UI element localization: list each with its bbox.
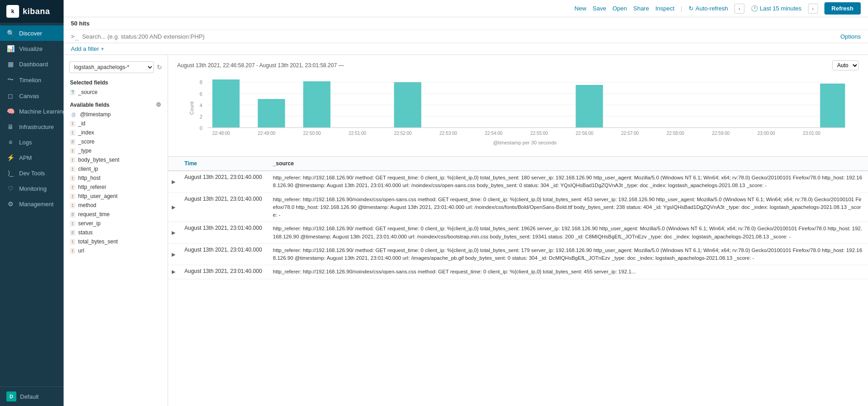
field-name-http-user-agent: http_user_agent bbox=[78, 193, 118, 199]
expand-button[interactable]: ▶ bbox=[168, 243, 179, 265]
svg-text:23:00:00: 23:00:00 bbox=[758, 131, 775, 136]
expand-button[interactable]: ▶ bbox=[168, 265, 179, 279]
sidebar-item-canvas[interactable]: ◻ Canvas bbox=[0, 88, 64, 104]
search-prefix: >_ bbox=[71, 33, 79, 40]
hits-count: 50 hits bbox=[71, 20, 89, 27]
source-cell: http_referer: http://192.168.126.90/noin… bbox=[268, 265, 868, 279]
sidebar-item-apm[interactable]: ⚡ APM bbox=[0, 150, 64, 165]
sidebar-label-visualize: Visualize bbox=[19, 45, 43, 52]
sidebar-label-apm: APM bbox=[19, 154, 32, 161]
expand-button[interactable]: ▶ bbox=[168, 171, 179, 193]
sidebar-item-dashboard[interactable]: ▦ Dashboard bbox=[0, 56, 64, 72]
sidebar-item-logs[interactable]: ≡ Logs bbox=[0, 134, 64, 150]
sidebar-nav: 🔍 Discover 📊 Visualize ▦ Dashboard 〜 Tim… bbox=[0, 23, 64, 386]
field-item-url[interactable]: t url bbox=[64, 246, 168, 255]
field-item-score[interactable]: # _score bbox=[64, 137, 168, 146]
open-button[interactable]: Open bbox=[612, 5, 627, 12]
time-cell: August 13th 2021, 23:01:40.000 bbox=[179, 193, 268, 222]
sidebar-label-timelion: Timelion bbox=[19, 77, 41, 84]
field-name-http-host: http_host bbox=[78, 175, 100, 181]
field-name-server-ip: server_ip bbox=[78, 220, 100, 227]
sidebar-user[interactable]: D Default bbox=[6, 391, 57, 401]
expand-button[interactable]: ▶ bbox=[168, 222, 179, 244]
discover-icon: 🔍 bbox=[6, 30, 15, 37]
field-item-client-ip[interactable]: t client_ip bbox=[64, 164, 168, 173]
fields-gear-icon[interactable]: ⚙ bbox=[156, 101, 161, 108]
table-row: ▶August 13th 2021, 23:01:40.000http_refe… bbox=[168, 193, 868, 222]
sidebar-item-management[interactable]: ⚙ Management bbox=[0, 196, 64, 212]
expand-col-header bbox=[168, 157, 179, 171]
field-type-type: t bbox=[70, 148, 75, 154]
refresh-button[interactable]: Refresh bbox=[824, 2, 861, 15]
source-cell: http_referer: http://192.168.126.90/ met… bbox=[268, 222, 868, 244]
search-input[interactable] bbox=[82, 33, 837, 40]
time-col-header[interactable]: Time bbox=[179, 157, 268, 171]
field-type-client-ip: t bbox=[70, 166, 75, 172]
canvas-icon: ◻ bbox=[6, 92, 15, 99]
save-button[interactable]: Save bbox=[593, 5, 606, 12]
monitoring-icon: ♡ bbox=[6, 185, 15, 192]
bar-14 bbox=[820, 84, 845, 128]
field-item-source[interactable]: ? _source bbox=[64, 88, 168, 97]
field-item-http-host[interactable]: t http_host bbox=[64, 173, 168, 183]
bar-10 bbox=[576, 85, 603, 128]
field-type-timestamp: @ bbox=[70, 112, 77, 118]
sidebar-item-devtools[interactable]: ⟩_ Dev Tools bbox=[0, 165, 64, 181]
svg-text:22:59:00: 22:59:00 bbox=[712, 131, 730, 136]
field-item-type[interactable]: t _type bbox=[64, 146, 168, 155]
field-item-http-user-agent[interactable]: t http_user_agent bbox=[64, 192, 168, 201]
sidebar-item-timelion[interactable]: 〜 Timelion bbox=[0, 72, 64, 88]
time-cell: August 13th 2021, 23:01:40.000 bbox=[179, 265, 268, 279]
visualize-icon: 📊 bbox=[6, 45, 15, 52]
auto-refresh-button[interactable]: ↻ Auto-refresh bbox=[689, 5, 728, 12]
svg-text:22:56:00: 22:56:00 bbox=[576, 131, 594, 136]
sidebar-item-monitoring[interactable]: ♡ Monitoring bbox=[0, 181, 64, 196]
logs-icon: ≡ bbox=[6, 139, 15, 146]
field-item-status[interactable]: # status bbox=[64, 228, 168, 237]
field-item-request-time[interactable]: # request_time bbox=[64, 210, 168, 219]
sidebar-item-ml[interactable]: 🧠 Machine Learning bbox=[0, 104, 64, 119]
field-item-http-referer[interactable]: t http_referer bbox=[64, 183, 168, 192]
auto-refresh-label: Auto-refresh bbox=[695, 5, 728, 12]
sidebar-label-management: Management bbox=[19, 201, 54, 208]
field-type-url: t bbox=[70, 248, 75, 254]
new-button[interactable]: New bbox=[575, 5, 586, 12]
sidebar-item-discover[interactable]: 🔍 Discover bbox=[0, 25, 64, 41]
time-range-button[interactable]: 🕐 Last 15 minutes bbox=[751, 5, 802, 12]
interval-select[interactable]: Auto bbox=[832, 60, 859, 70]
table-row: ▶August 13th 2021, 23:01:40.000http_refe… bbox=[168, 222, 868, 244]
topbar-divider: | bbox=[681, 5, 682, 12]
ml-icon: 🧠 bbox=[6, 108, 15, 115]
field-item-server-ip[interactable]: t server_ip bbox=[64, 219, 168, 228]
field-item-index[interactable]: t _index bbox=[64, 128, 168, 137]
expand-button[interactable]: ▶ bbox=[168, 193, 179, 222]
time-back-button[interactable]: ‹ bbox=[734, 4, 744, 14]
share-button[interactable]: Share bbox=[633, 5, 649, 12]
clock-icon: 🕐 bbox=[751, 5, 758, 12]
svg-text:22:57:00: 22:57:00 bbox=[621, 131, 639, 136]
svg-text:0: 0 bbox=[200, 125, 203, 131]
sidebar-item-infrastructure[interactable]: 🖥 Infrastructure bbox=[0, 119, 64, 134]
index-refresh-button[interactable]: ↻ bbox=[157, 64, 162, 71]
field-item-timestamp[interactable]: @ @timestamp bbox=[64, 110, 168, 119]
field-type-http-host: t bbox=[70, 175, 75, 181]
sidebar-label-infrastructure: Infrastructure bbox=[19, 124, 54, 130]
svg-text:23:01:00: 23:01:00 bbox=[803, 131, 821, 136]
svg-text:22:53:00: 22:53:00 bbox=[440, 131, 457, 136]
field-item-body-bytes-sent[interactable]: t body_bytes_sent bbox=[64, 155, 168, 164]
time-cell: August 13th 2021, 23:01:40.000 bbox=[179, 243, 268, 265]
inspect-button[interactable]: Inspect bbox=[655, 5, 675, 12]
field-name-request-time: request_time bbox=[78, 211, 109, 218]
field-item-method[interactable]: t method bbox=[64, 201, 168, 210]
time-forward-button[interactable]: › bbox=[808, 4, 818, 14]
options-button[interactable]: Options bbox=[840, 33, 861, 40]
index-pattern-select[interactable]: logstash_apachelogs-* bbox=[69, 61, 154, 73]
sidebar-item-visualize[interactable]: 📊 Visualize bbox=[0, 41, 64, 56]
svg-text:22:58:00: 22:58:00 bbox=[667, 131, 684, 136]
field-type-body-bytes: t bbox=[70, 157, 75, 163]
field-item-total-bytes-sent[interactable]: t total_bytes_sent bbox=[64, 237, 168, 246]
field-item-id[interactable]: t _id bbox=[64, 119, 168, 128]
chart-header: August 13th 2021, 22:46:58.207 - August … bbox=[177, 60, 859, 70]
field-name-id: _id bbox=[78, 120, 85, 127]
add-filter-button[interactable]: Add a filter + bbox=[71, 45, 104, 52]
